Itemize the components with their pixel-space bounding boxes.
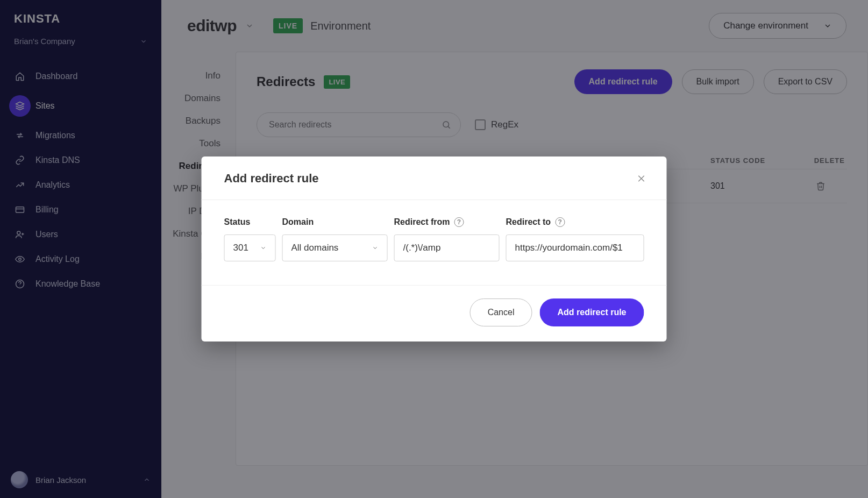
label-from: Redirect from?: [394, 217, 500, 227]
help-icon[interactable]: ?: [454, 217, 464, 227]
field-domain: Domain All domains: [282, 217, 388, 261]
domain-select[interactable]: All domains: [282, 234, 388, 261]
field-redirect-to: Redirect to?: [506, 217, 644, 261]
chevron-down-icon: [372, 245, 379, 251]
chevron-down-icon: [260, 245, 267, 251]
label-domain: Domain: [282, 217, 388, 227]
redirect-to-input[interactable]: [506, 234, 644, 261]
add-redirect-modal: Add redirect rule Status 301 Domain All …: [202, 156, 667, 342]
submit-button[interactable]: Add redirect rule: [539, 298, 644, 326]
cancel-button[interactable]: Cancel: [470, 298, 532, 326]
status-select[interactable]: 301: [224, 234, 276, 261]
modal-header: Add redirect rule: [202, 156, 667, 200]
label-status: Status: [224, 217, 276, 227]
modal-body: Status 301 Domain All domains Redirect f…: [202, 200, 667, 285]
redirect-from-input[interactable]: [394, 234, 500, 261]
field-redirect-from: Redirect from?: [394, 217, 500, 261]
label-to: Redirect to?: [506, 217, 644, 227]
field-status: Status 301: [224, 217, 276, 261]
modal-footer: Cancel Add redirect rule: [202, 285, 667, 342]
modal-title: Add redirect rule: [224, 172, 319, 186]
close-icon[interactable]: [635, 172, 649, 186]
help-icon[interactable]: ?: [555, 217, 565, 227]
